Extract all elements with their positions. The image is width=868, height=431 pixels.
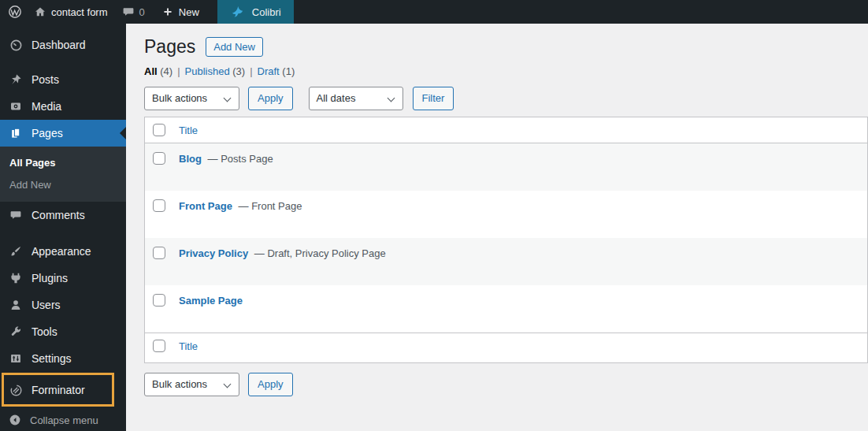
brush-icon: [9, 244, 23, 258]
page-title-link[interactable]: Privacy Policy: [179, 247, 248, 259]
pages-icon: [9, 126, 23, 140]
sidebar-item-tools[interactable]: Tools: [0, 318, 126, 345]
row-checkbox[interactable]: [153, 247, 165, 259]
collapse-icon: [9, 414, 21, 426]
filter-published-link[interactable]: Published (3): [185, 65, 246, 77]
bulk-actions-select-bottom[interactable]: Bulk actions: [144, 373, 239, 396]
table-row: Sample Page: [145, 285, 867, 333]
collapse-menu-button[interactable]: Collapse menu: [0, 409, 126, 431]
row-checkbox[interactable]: [153, 294, 165, 307]
page-title-link[interactable]: Sample Page: [179, 295, 243, 307]
sidebar-item-plugins[interactable]: Plugins: [0, 265, 126, 292]
status-filter-links: All (4)|Published (3)|Draft (1): [144, 65, 868, 77]
admin-bar-new-menu[interactable]: New: [162, 6, 199, 18]
colibri-label: Colibri: [252, 6, 281, 18]
post-state: — Posts Page: [208, 153, 273, 165]
colibri-bird-icon: [230, 5, 245, 20]
add-new-page-button[interactable]: Add New: [206, 37, 263, 57]
table-row: Front Page — Front Page: [145, 191, 867, 238]
user-icon: [9, 298, 23, 312]
sliders-icon: [9, 351, 23, 366]
filter-separator: |: [177, 65, 180, 77]
dashboard-icon: [9, 38, 23, 52]
sidebar-item-media[interactable]: Media: [0, 93, 126, 120]
admin-bar-site-menu[interactable]: contact form: [34, 6, 108, 18]
table-nav-bottom: Bulk actions Apply: [144, 373, 868, 396]
wordpress-logo-icon[interactable]: [8, 5, 22, 19]
page-title-link[interactable]: Blog: [179, 153, 202, 165]
post-state: — Draft, Privacy Policy Page: [254, 247, 386, 259]
filter-all-link[interactable]: All (4): [144, 65, 172, 77]
apply-button[interactable]: Apply: [248, 87, 293, 110]
sidebar-item-dashboard[interactable]: Dashboard: [0, 32, 126, 58]
select-all-checkbox[interactable]: [153, 124, 165, 136]
table-header-row: Title: [145, 117, 867, 143]
title-column-header[interactable]: Title: [179, 124, 198, 136]
select-all-checkbox[interactable]: [153, 340, 165, 352]
comments-count: 0: [139, 6, 145, 18]
camera-icon: [9, 99, 23, 113]
dates-filter-select[interactable]: All dates: [309, 87, 403, 110]
apply-button-bottom[interactable]: Apply: [248, 373, 293, 396]
chevron-down-icon: [224, 381, 232, 388]
plus-icon: [162, 6, 173, 17]
filter-separator: |: [250, 65, 252, 77]
sidebar-item-pages[interactable]: Pages: [0, 120, 126, 147]
title-column-footer[interactable]: Title: [179, 340, 198, 352]
new-label: New: [179, 6, 199, 18]
pages-admin-content: Pages Add New All (4)|Published (3)|Draf…: [126, 24, 868, 431]
filter-button[interactable]: Filter: [413, 87, 454, 110]
sidebar-item-forminator[interactable]: Forminator: [0, 377, 126, 403]
site-name: contact form: [51, 6, 108, 18]
comment-icon: [9, 208, 23, 222]
home-icon: [34, 6, 46, 18]
sidebar-item-appearance[interactable]: Appearance: [0, 238, 126, 265]
sidebar-item-users[interactable]: Users: [0, 292, 126, 318]
pin-icon: [9, 72, 23, 87]
admin-bar: contact form 0 New Colibri: [0, 0, 868, 24]
pages-submenu: All Pages Add New: [0, 147, 126, 202]
chevron-down-icon: [387, 95, 395, 102]
admin-sidebar: Dashboard Posts Media Pages: [0, 24, 126, 431]
row-checkbox[interactable]: [153, 199, 165, 212]
pages-table: Title Blog — Posts Page Front Page — Fro…: [144, 117, 868, 363]
sidebar-item-settings[interactable]: Settings: [0, 345, 126, 372]
chevron-down-icon: [224, 95, 232, 102]
sidebar-item-posts[interactable]: Posts: [0, 66, 126, 93]
page-title: Pages: [144, 36, 195, 58]
admin-bar-comments[interactable]: 0: [122, 6, 145, 18]
table-row: Blog — Posts Page: [145, 143, 867, 191]
bulk-actions-select[interactable]: Bulk actions: [144, 87, 239, 110]
submenu-item-all-pages[interactable]: All Pages: [0, 151, 126, 173]
comment-bubble-icon: [122, 6, 135, 18]
forminator-icon: [9, 383, 23, 397]
sidebar-item-comments[interactable]: Comments: [0, 202, 126, 229]
page-title-link[interactable]: Front Page: [179, 200, 232, 212]
wrench-icon: [9, 325, 23, 339]
submenu-item-add-new[interactable]: Add New: [0, 173, 126, 195]
table-row: Privacy Policy — Draft, Privacy Policy P…: [145, 238, 867, 285]
admin-bar-colibri-tab[interactable]: Colibri: [217, 0, 294, 24]
filter-draft-link[interactable]: Draft (1): [258, 65, 295, 77]
table-footer-row: Title: [145, 333, 867, 362]
row-checkbox[interactable]: [153, 152, 165, 165]
table-nav-top: Bulk actions Apply All dates Filter: [144, 87, 868, 110]
plug-icon: [9, 271, 23, 285]
post-state: — Front Page: [239, 200, 302, 212]
